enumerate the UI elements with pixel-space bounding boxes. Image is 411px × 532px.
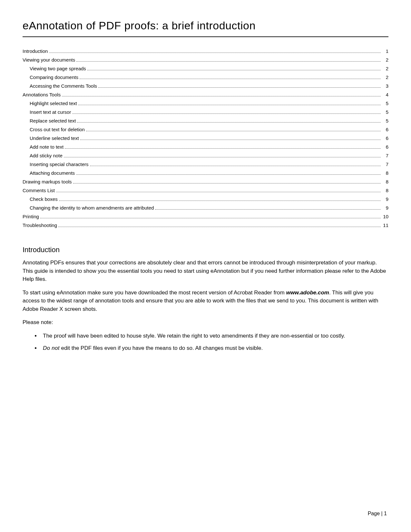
toc-leader-dots — [76, 61, 381, 62]
toc-entry-label: Viewing your documents — [23, 55, 75, 64]
toc-leader-dots — [90, 166, 381, 166]
toc-entry-page: 8 — [382, 169, 388, 177]
bullet2-text: edit the PDF files even if you have the … — [60, 345, 263, 351]
toc-entry[interactable]: Cross out text for deletion6 — [23, 125, 388, 134]
toc-entry-page: 9 — [382, 195, 388, 203]
toc-entry-page: 7 — [382, 151, 388, 160]
toc-leader-dots — [76, 174, 381, 175]
toc-entry-label: Underline selected text — [30, 134, 79, 143]
toc-entry-page: 8 — [382, 186, 388, 195]
please-note-label: Please note: — [23, 318, 388, 327]
toc-leader-dots — [80, 79, 381, 79]
toc-entry[interactable]: Inserting special characters7 — [23, 160, 388, 169]
toc-entry-label: Introduction — [23, 47, 48, 55]
toc-entry-page: 4 — [382, 90, 388, 99]
toc-entry-label: Printing — [23, 212, 39, 221]
toc-entry-page: 10 — [382, 212, 388, 221]
toc-entry[interactable]: Check boxes9 — [23, 195, 388, 203]
toc-leader-dots — [72, 113, 381, 114]
toc-entry-label: Annotations Tools — [23, 90, 61, 99]
toc-entry-page: 5 — [382, 108, 388, 116]
toc-entry-label: Replace selected text — [30, 116, 76, 125]
toc-entry-label: Inserting special characters — [30, 160, 89, 169]
toc-entry-page: 11 — [382, 221, 388, 230]
toc-entry-label: Attaching documents — [30, 169, 75, 177]
toc-entry-page: 2 — [382, 64, 388, 73]
para2-text-a: To start using eAnnotation make sure you… — [23, 290, 286, 296]
toc-leader-dots — [78, 105, 381, 105]
notes-list: The proof will have been edited to house… — [23, 332, 388, 353]
toc-entry-page: 3 — [382, 82, 388, 90]
toc-entry-page: 9 — [382, 203, 388, 212]
toc-entry[interactable]: Accessing the Comments Tools3 — [23, 82, 388, 90]
adobe-link-text: www.adobe.com — [286, 290, 329, 296]
toc-entry[interactable]: Add sticky note7 — [23, 151, 388, 160]
toc-entry-page: 6 — [382, 143, 388, 151]
toc-entry-page: 6 — [382, 134, 388, 143]
page-title: eAnnotation of PDF proofs: a brief intro… — [23, 19, 388, 37]
toc-entry[interactable]: Viewing your documents2 — [23, 55, 388, 64]
toc-leader-dots — [98, 87, 381, 88]
toc-entry[interactable]: Attaching documents8 — [23, 169, 388, 177]
page-number-footer: Page | 1 — [368, 511, 387, 517]
toc-entry[interactable]: Insert text at cursor5 — [23, 108, 388, 116]
toc-entry-page: 5 — [382, 99, 388, 108]
toc-entry-label: Viewing two page spreads — [30, 64, 86, 73]
toc-entry[interactable]: Viewing two page spreads2 — [23, 64, 388, 73]
toc-entry[interactable]: Replace selected text5 — [23, 116, 388, 125]
toc-entry-page: 2 — [382, 55, 388, 64]
toc-leader-dots — [87, 70, 381, 70]
toc-leader-dots — [59, 201, 381, 201]
toc-entry-label: Insert text at cursor — [30, 108, 71, 116]
toc-entry-label: Comments List — [23, 186, 55, 195]
do-not-emphasis: Do not — [43, 345, 60, 351]
toc-entry[interactable]: Underline selected text6 — [23, 134, 388, 143]
toc-leader-dots — [77, 122, 381, 123]
list-item: The proof will have been edited to house… — [40, 332, 388, 340]
toc-entry[interactable]: Comments List8 — [23, 186, 388, 195]
toc-entry[interactable]: Introduction1 — [23, 47, 388, 55]
table-of-contents: Introduction1Viewing your documents2View… — [23, 47, 388, 230]
toc-entry[interactable]: Annotations Tools4 — [23, 90, 388, 99]
toc-leader-dots — [73, 183, 381, 183]
toc-entry-page: 2 — [382, 73, 388, 82]
toc-entry-label: Comparing documents — [30, 73, 78, 82]
toc-leader-dots — [40, 218, 381, 218]
toc-entry-label: Add note to text — [30, 143, 64, 151]
toc-entry-page: 5 — [382, 116, 388, 125]
intro-paragraph-2: To start using eAnnotation make sure you… — [23, 289, 388, 313]
toc-leader-dots — [155, 209, 381, 210]
toc-leader-dots — [64, 157, 381, 157]
toc-entry[interactable]: Troubleshooting11 — [23, 221, 388, 230]
toc-leader-dots — [80, 140, 381, 140]
toc-entry-page: 7 — [382, 160, 388, 169]
toc-entry[interactable]: Changing the identity to whom amendments… — [23, 203, 388, 212]
toc-entry-page: 1 — [382, 47, 388, 55]
toc-entry-label: Accessing the Comments Tools — [30, 82, 97, 90]
toc-leader-dots — [49, 53, 381, 53]
toc-leader-dots — [86, 131, 381, 131]
toc-leader-dots — [62, 96, 381, 96]
toc-entry-label: Changing the identity to whom amendments… — [30, 203, 154, 212]
toc-entry-label: Troubleshooting — [23, 221, 57, 230]
toc-entry[interactable]: Comparing documents2 — [23, 73, 388, 82]
list-item: Do not edit the PDF files even if you ha… — [40, 344, 388, 352]
toc-entry-page: 8 — [382, 177, 388, 186]
toc-entry-page: 6 — [382, 125, 388, 134]
toc-entry-label: Drawing markups tools — [23, 177, 72, 186]
toc-entry[interactable]: Printing10 — [23, 212, 388, 221]
toc-entry-label: Check boxes — [30, 195, 58, 203]
toc-entry-label: Cross out text for deletion — [30, 125, 85, 134]
section-heading-introduction: Introduction — [23, 246, 388, 254]
intro-paragraph-1: Annotating PDFs ensures that your correc… — [23, 259, 388, 283]
toc-entry-label: Add sticky note — [30, 151, 63, 160]
toc-entry[interactable]: Drawing markups tools8 — [23, 177, 388, 186]
toc-leader-dots — [65, 148, 381, 149]
toc-entry[interactable]: Highlight selected text5 — [23, 99, 388, 108]
toc-entry[interactable]: Add note to text6 — [23, 143, 388, 151]
toc-leader-dots — [58, 227, 381, 227]
toc-leader-dots — [56, 192, 381, 192]
toc-entry-label: Highlight selected text — [30, 99, 77, 108]
